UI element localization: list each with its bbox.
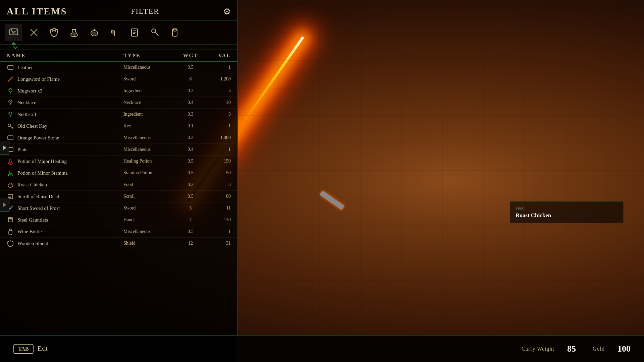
item-row[interactable]: Longsword of Flame Sword 6 1,200	[0, 73, 237, 85]
bottom-bar: TAB Exit Carry Weight 85 Gold 100	[0, 335, 644, 362]
item-value: 80	[204, 194, 231, 199]
item-value: 1	[204, 147, 231, 152]
item-weight: 3	[177, 205, 204, 211]
item-name: Potion of Major Healing	[7, 158, 123, 165]
item-value: 3	[204, 88, 231, 94]
exit-section: TAB Exit	[13, 344, 48, 354]
filter-armor[interactable]	[45, 24, 63, 41]
item-type-icon	[7, 216, 14, 224]
item-value: 120	[204, 217, 231, 223]
svg-line-17	[158, 35, 158, 36]
item-type-label: Healing Potion	[123, 159, 177, 164]
item-type-label: Miscellaneous	[123, 229, 177, 234]
item-row[interactable]: Scroll of Raise Dead Scroll 0.5 80	[0, 191, 237, 202]
item-type-icon	[7, 169, 14, 177]
item-weight: 0.4	[177, 147, 204, 152]
svg-point-41	[9, 173, 11, 175]
detail-type: Food	[516, 205, 618, 211]
item-row[interactable]: Plate Miscellaneous 0.4 1	[0, 144, 237, 156]
item-weight: 0.5	[177, 65, 204, 70]
item-name: Potion of Minor Stamina	[7, 169, 123, 177]
item-weight: 0.2	[177, 182, 204, 187]
quest-tab[interactable]	[0, 198, 9, 212]
left-side-tab-1[interactable]	[0, 141, 9, 155]
stone-texture	[238, 0, 644, 335]
svg-point-29	[10, 101, 11, 102]
item-type-label: Shield	[123, 241, 177, 246]
item-type-icon	[7, 181, 14, 188]
item-name: Mugwort x3	[7, 87, 123, 95]
item-weight: 12	[177, 241, 204, 246]
tab-key: TAB	[13, 344, 34, 354]
item-weight: 0.3	[177, 88, 204, 94]
item-row[interactable]: Necklace Necklace 0.4 10	[0, 97, 237, 109]
item-row[interactable]: Short Sword of Frost Sword 3 11	[0, 202, 237, 214]
svg-line-23	[9, 78, 11, 80]
item-row[interactable]: Mugwort x3 Ingredient 0.3 3	[0, 85, 237, 97]
item-type-icon	[7, 158, 14, 165]
filter-scrolls[interactable]	[126, 24, 143, 41]
gold-value: 100	[618, 344, 631, 354]
item-row[interactable]: Nettle x3 Ingredient 0.3 3	[0, 109, 237, 120]
item-type-icon	[7, 64, 14, 71]
gold-label: Gold	[593, 346, 605, 352]
item-name: Short Sword of Frost	[7, 204, 123, 212]
item-row[interactable]: Old Chest Key Key 0.1 1	[0, 120, 237, 132]
exit-label: Exit	[38, 345, 48, 352]
filter-ingredients[interactable]	[106, 24, 123, 41]
item-name: Longsword of Flame	[7, 75, 123, 83]
filter-clothing[interactable]	[166, 24, 183, 41]
item-weight: 0.5	[177, 194, 204, 199]
svg-point-26	[9, 89, 10, 90]
left-side-tab-2[interactable]	[0, 198, 9, 212]
panel-title: ALL ITEMS	[7, 6, 67, 17]
item-value: 1	[204, 65, 231, 70]
item-row[interactable]: Leather Miscellaneous 0.5 1	[0, 62, 237, 73]
item-row[interactable]: Steel Gauntlets Hands 7 120	[0, 214, 237, 226]
item-value: 50	[204, 170, 231, 176]
item-value: 1	[204, 229, 231, 234]
stats-section: Carry Weight 85 Gold 100	[522, 344, 631, 354]
item-value: 3	[204, 182, 231, 187]
carry-weight-value: 85	[567, 344, 576, 354]
filter-all[interactable]	[5, 24, 22, 41]
item-weight: 0.5	[177, 229, 204, 234]
item-type-icon	[7, 122, 14, 130]
item-weight: 0.1	[177, 123, 204, 129]
col-wgt-header: WGT	[177, 53, 204, 59]
svg-point-8	[92, 32, 96, 35]
filter-keys[interactable]	[146, 24, 163, 41]
item-name: Nettle x3	[7, 111, 123, 118]
item-name: Leather	[7, 64, 123, 71]
item-value: 1,200	[204, 76, 231, 82]
item-row[interactable]: Wine Bottle Miscellaneous 0.5 1	[0, 226, 237, 238]
item-type-label: Sword	[123, 205, 177, 211]
svg-point-42	[8, 184, 13, 187]
filter-potions[interactable]	[65, 24, 83, 41]
filter-weapons[interactable]	[25, 24, 43, 41]
item-row[interactable]: Potion of Minor Stamina Stamina Potion 0…	[0, 167, 237, 179]
item-name: Wooden Shield	[7, 240, 123, 247]
item-name: Scroll of Raise Dead	[7, 193, 123, 200]
item-weight: 0.4	[177, 100, 204, 105]
item-type-label: Miscellaneous	[123, 135, 177, 140]
item-value: 31	[204, 241, 231, 246]
item-name: Plate	[7, 146, 123, 153]
settings-button[interactable]: ⚙	[223, 6, 231, 17]
item-name: Wine Bottle	[7, 228, 123, 235]
inventory-tab[interactable]	[0, 141, 9, 155]
item-row[interactable]: Orange Power Stone Miscellaneous 0.2 1,0…	[0, 132, 237, 144]
column-headers: NAME TYPE WGT VAL	[0, 50, 237, 62]
items-list: Leather Miscellaneous 0.5 1 Longsword of…	[0, 62, 237, 323]
item-row[interactable]: Roast Chicken Food 0.2 3	[0, 179, 237, 191]
item-row[interactable]: Wooden Shield Shield 12 31	[0, 238, 237, 249]
item-name: Steel Gauntlets	[7, 216, 123, 224]
item-name: Necklace	[7, 99, 123, 106]
filter-icons-row	[0, 20, 237, 45]
item-row[interactable]: Potion of Major Healing Healing Potion 0…	[0, 156, 237, 167]
item-type-label: Miscellaneous	[123, 147, 177, 152]
item-name: Old Chest Key	[7, 122, 123, 130]
item-name: Roast Chicken	[7, 181, 123, 188]
item-type-label: Ingredient	[123, 112, 177, 117]
filter-food[interactable]	[86, 24, 103, 41]
